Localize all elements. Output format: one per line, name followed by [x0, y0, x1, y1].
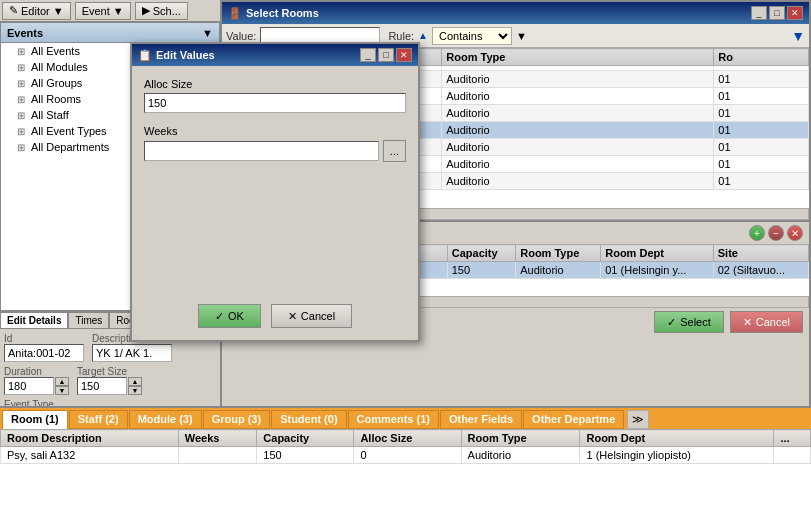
events-header: Events ▼: [1, 23, 219, 43]
ro-cell: 01: [714, 122, 809, 139]
rule-select[interactable]: Contains Equals Starts With: [432, 27, 512, 45]
event-dropdown-icon: ▼: [113, 5, 124, 17]
editor-dropdown-icon: ▼: [53, 5, 64, 17]
expand-icon: ⊞: [17, 62, 25, 73]
room-type-cell: Auditorio: [442, 122, 714, 139]
dialog-titlebar: 📋 Edit Values _ □ ✕: [132, 44, 418, 66]
expand-icon: ⊞: [17, 78, 25, 89]
bottom-tabs: Room (1) Staff (2) Module (3) Group (3) …: [0, 408, 811, 429]
bottom-table: Room Description Weeks Capacity Alloc Si…: [0, 429, 811, 464]
weeks-label: Weeks: [144, 125, 406, 137]
alloc-size-input[interactable]: [144, 93, 406, 113]
rooms-icon: 🚪: [228, 7, 242, 20]
more-tabs-btn[interactable]: ≫: [627, 410, 649, 429]
target-size-down[interactable]: ▼: [128, 386, 142, 395]
editor-btn[interactable]: ✎ Editor ▼: [2, 2, 71, 20]
dialog-icon: 📋: [138, 49, 152, 62]
tab-module[interactable]: Module (3): [129, 410, 202, 429]
dialog-body: Alloc Size Weeks ...: [132, 66, 418, 174]
tab-group[interactable]: Group (3): [203, 410, 271, 429]
select-rooms-title: Select Rooms: [246, 7, 319, 19]
schedule-icon: ▶: [142, 4, 150, 17]
dialog-minimize-btn[interactable]: _: [360, 48, 376, 62]
rule-sort-icon: ▲: [418, 30, 428, 41]
remove-selected-btn[interactable]: −: [768, 225, 784, 241]
col-alloc-size: Alloc Size: [354, 430, 461, 447]
target-size-input[interactable]: [77, 377, 127, 395]
weeks-input[interactable]: [144, 141, 379, 161]
minimize-btn[interactable]: _: [751, 6, 767, 20]
tab-student[interactable]: Student (0): [271, 410, 346, 429]
expand-icon: ⊞: [17, 46, 25, 57]
col-room-type: Room Type: [461, 430, 580, 447]
close-btn[interactable]: ✕: [787, 6, 803, 20]
duration-down[interactable]: ▼: [55, 386, 69, 395]
tab-comments[interactable]: Comments (1): [348, 410, 439, 429]
alloc-size-cell: 0: [354, 447, 461, 464]
col-weeks: Weeks: [178, 430, 257, 447]
expand-icon: ⊞: [17, 126, 25, 137]
bottom-tabs-panel: Room (1) Staff (2) Module (3) Group (3) …: [0, 406, 811, 526]
description-input[interactable]: [92, 344, 172, 362]
expand-icon: ⊞: [17, 142, 25, 153]
dialog-close-btn[interactable]: ✕: [396, 48, 412, 62]
expand-icon: ⊞: [17, 94, 25, 105]
cancel-x-icon2: ✕: [288, 310, 297, 323]
bottom-table-container[interactable]: Room Description Weeks Capacity Alloc Si…: [0, 429, 811, 464]
titlebar-controls: _ □ ✕: [751, 6, 803, 20]
room-desc-cell: Psy, sali A132: [1, 447, 179, 464]
site-cell: 02 (Siltavuo...: [713, 262, 808, 279]
dialog-title: Edit Values: [156, 49, 215, 61]
select-checkmark-icon: ✓: [667, 316, 676, 329]
event-btn[interactable]: Event ▼: [75, 2, 131, 20]
bottom-table-row[interactable]: Psy, sali A132 150 0 Auditorio 1 (Helsin…: [1, 447, 811, 464]
tab-other-fields[interactable]: Other Fields: [440, 410, 522, 429]
select-rooms-titlebar: 🚪 Select Rooms _ □ ✕: [222, 2, 809, 24]
tab-times[interactable]: Times: [68, 312, 109, 328]
cancel-btn[interactable]: ✕ Cancel: [730, 311, 803, 333]
col-capacity: Capacity: [447, 245, 515, 262]
tab-edit-details[interactable]: Edit Details: [0, 312, 68, 328]
duration-label: Duration: [4, 366, 69, 377]
room-type-cell: Auditorio: [516, 262, 601, 279]
room-type-cell: Auditorio: [442, 88, 714, 105]
more-cols-btn[interactable]: ...: [774, 430, 811, 447]
tab-room[interactable]: Room (1): [2, 410, 68, 429]
value-label: Value:: [226, 30, 256, 42]
duration-up[interactable]: ▲: [55, 377, 69, 386]
room-type-cell: Auditorio: [442, 71, 714, 88]
add-selected-btn[interactable]: +: [749, 225, 765, 241]
weeks-browse-btn[interactable]: ...: [383, 140, 406, 162]
rule-dropdown-icon: ▼: [516, 30, 527, 42]
schedule-btn[interactable]: ▶ Sch...: [135, 2, 188, 20]
id-label: Id: [4, 333, 84, 344]
room-type-cell: Auditorio: [442, 105, 714, 122]
maximize-btn[interactable]: □: [769, 6, 785, 20]
rule-label: Rule:: [388, 30, 414, 42]
col-capacity: Capacity: [257, 430, 354, 447]
duration-input[interactable]: [4, 377, 54, 395]
ro-cell: 01: [714, 156, 809, 173]
ro-cell: 01: [714, 173, 809, 190]
alloc-size-label: Alloc Size: [144, 78, 406, 90]
select-btn[interactable]: ✓ Select: [654, 311, 724, 333]
room-type-cell: Auditorio: [442, 156, 714, 173]
tab-staff[interactable]: Staff (2): [69, 410, 128, 429]
tab-other-dept[interactable]: Other Departme: [523, 410, 624, 429]
target-size-up[interactable]: ▲: [128, 377, 142, 386]
ro-cell: 01: [714, 105, 809, 122]
clear-selected-btn[interactable]: ✕: [787, 225, 803, 241]
selected-controls: + − ✕: [749, 225, 803, 241]
cancel-x-icon: ✕: [743, 316, 752, 329]
events-dropdown-icon: ▼: [202, 27, 213, 39]
ok-btn[interactable]: ✓ OK: [198, 304, 261, 328]
dialog-maximize-btn[interactable]: □: [378, 48, 394, 62]
edit-values-dialog: 📋 Edit Values _ □ ✕ Alloc Size Weeks ...…: [130, 42, 420, 342]
dialog-cancel-btn[interactable]: ✕ Cancel: [271, 304, 352, 328]
ro-cell: 01: [714, 88, 809, 105]
id-input[interactable]: [4, 344, 84, 362]
ro-cell: 01: [714, 71, 809, 88]
select-cancel-btns: ✓ Select ✕ Cancel: [654, 311, 803, 333]
col-room-type: Room Type: [442, 49, 714, 66]
col-room-type: Room Type: [516, 245, 601, 262]
